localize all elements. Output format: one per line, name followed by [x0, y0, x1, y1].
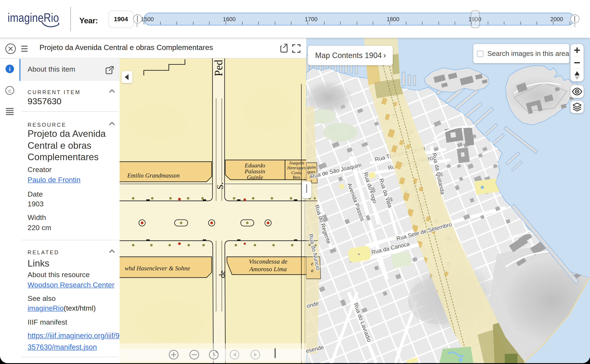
svg-text:a: a: [311, 268, 313, 273]
svg-text:Joaquim: Joaquim: [289, 160, 304, 165]
svg-text:imagineRio: imagineRio: [8, 11, 59, 24]
svg-text:e: e: [311, 261, 313, 266]
svg-text:Eduardo: Eduardo: [245, 162, 265, 169]
svg-text:quim: quim: [307, 165, 316, 170]
svg-text:Ped: Ped: [212, 60, 225, 76]
svg-text:Emilio Grandmasson: Emilio Grandmasson: [127, 172, 180, 179]
svg-text:Guinle: Guinle: [247, 174, 263, 181]
svg-text:i: i: [9, 66, 11, 72]
svg-text:Palassin: Palassin: [245, 168, 265, 175]
svg-text:c: c: [8, 87, 11, 94]
svg-text:Amoroso Lima: Amoroso Lima: [249, 266, 287, 273]
svg-text:S.: S.: [215, 182, 225, 189]
svg-text:Henriques: Henriques: [287, 165, 306, 170]
svg-text:Viscondessa de: Viscondessa de: [249, 258, 287, 265]
svg-text:Reis: Reis: [292, 175, 300, 180]
svg-text:whd Hasenclever & Sohne: whd Hasenclever & Sohne: [125, 265, 190, 272]
svg-text:Costa: Costa: [291, 170, 302, 175]
